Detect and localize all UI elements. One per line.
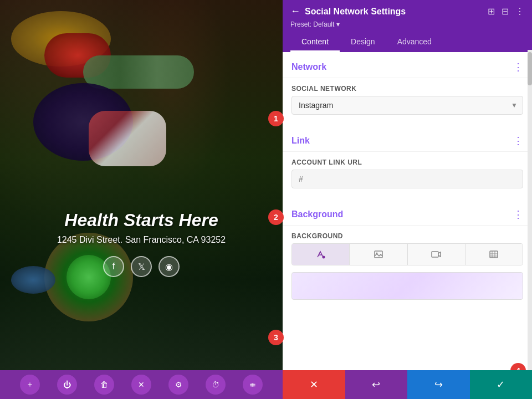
overlay-address: 1245 Divi Street. San Francisco, CA 9325… [0,235,283,245]
badge-2: 2 [268,209,284,225]
overlay-title: Health Starts Here [0,210,283,231]
scrollbar-thumb[interactable] [528,52,532,85]
expand-icon[interactable]: ⊞ [488,6,495,17]
network-section-body: Social Network Facebook Twitter Instagra… [283,78,532,126]
panel-header-icons: ⊞ ⊟ ⋮ [488,6,524,17]
redo-button[interactable]: ↪ [407,370,470,399]
background-field-label: Background [291,232,523,240]
image-icon [374,249,383,259]
social-network-wrapper: Facebook Twitter Instagram LinkedIn Pint… [291,96,523,115]
map-icon [489,249,499,259]
link-section-header: Link ⋮ [283,126,532,152]
reset-icon: ↩ [372,378,380,391]
background-image: Health Starts Here 1245 Divi Street. San… [0,0,283,399]
color-preview[interactable] [291,272,523,300]
more-icon[interactable]: ⋮ [515,6,524,17]
overlay-content: Health Starts Here 1245 Divi Street. San… [0,210,283,277]
social-icons-row: f 𝕏 ◉ [0,256,283,277]
tab-advanced[interactable]: Advanced [386,33,443,52]
panel-tabs: Content Design Advanced [290,33,524,52]
bg-color-btn[interactable] [292,244,350,265]
panel-footer: ✕ ↩ ↪ ✓ [283,370,532,399]
close-button[interactable]: ✕ [131,375,151,395]
delete-button[interactable]: 🗑 [94,375,114,395]
network-section-menu[interactable]: ⋮ [513,61,523,73]
svg-point-0 [322,256,325,259]
columns-button[interactable]: ⩨ [243,375,263,395]
network-section-title: Network [291,62,326,72]
instagram-icon-btn[interactable]: ◉ [158,256,180,277]
panel-title: Social Network Settings [305,7,406,17]
background-section-menu[interactable]: ⋮ [513,208,523,221]
save-icon: ✓ [497,378,505,391]
social-network-label: Social Network [291,85,523,93]
background-section-header: Background ⋮ [283,200,532,226]
link-section: Link ⋮ Account Link URL [283,126,532,200]
video-icon [431,249,441,259]
twitter-icon-btn[interactable]: 𝕏 [131,256,152,277]
facebook-icon-btn[interactable]: f [103,256,124,277]
tab-content[interactable]: Content [290,33,340,52]
social-network-select[interactable]: Facebook Twitter Instagram LinkedIn Pint… [291,96,523,115]
reset-button[interactable]: ↩ [345,370,408,399]
bg-video-btn[interactable] [408,244,466,265]
link-section-title: Link [291,136,310,146]
badge-1: 1 [268,111,284,126]
background-section-body: Background [283,226,532,311]
badge-3: 3 [268,330,284,345]
panel-title-row: ← Social Network Settings ⊞ ⊟ ⋮ [290,6,524,17]
account-link-label: Account Link URL [291,158,523,166]
back-icon[interactable]: ← [290,6,300,17]
redo-icon: ↪ [434,378,443,391]
settings-button[interactable]: ⚙ [168,375,188,395]
panel-header: ← Social Network Settings ⊞ ⊟ ⋮ Preset: … [283,0,532,52]
power-button[interactable]: ⏻ [57,375,77,395]
settings-panel: ← Social Network Settings ⊞ ⊟ ⋮ Preset: … [283,0,532,399]
network-section: Network ⋮ Social Network Facebook Twitte… [283,52,532,126]
panel-title-left: ← Social Network Settings [290,6,406,17]
cancel-button[interactable]: ✕ [283,370,345,399]
svg-rect-4 [490,251,498,258]
tab-design[interactable]: Design [340,33,386,52]
collapse-icon[interactable]: ⊟ [502,6,509,17]
background-section-title: Background [291,209,343,219]
cancel-icon: ✕ [310,378,318,391]
scrollbar-track [528,50,532,370]
save-button[interactable]: ✓ [470,370,533,399]
svg-rect-3 [432,252,438,257]
timer-button[interactable]: ⏱ [206,375,226,395]
link-section-body: Account Link URL [283,152,532,200]
background-section: Background ⋮ Background [283,200,532,311]
account-link-input[interactable] [291,170,523,188]
network-section-header: Network ⋮ [283,52,532,78]
paint-bucket-icon [316,249,326,259]
preset-selector[interactable]: Preset: Default ▾ [290,21,524,28]
bg-image-btn[interactable] [350,244,407,265]
bg-map-btn[interactable] [466,244,523,265]
bottom-toolbar: ＋ ⏻ 🗑 ✕ ⚙ ⏱ ⩨ [0,370,283,399]
link-section-menu[interactable]: ⋮ [513,135,523,147]
panel-content: Network ⋮ Social Network Facebook Twitte… [283,52,532,399]
add-button[interactable]: ＋ [20,375,40,395]
background-type-buttons [291,243,523,265]
